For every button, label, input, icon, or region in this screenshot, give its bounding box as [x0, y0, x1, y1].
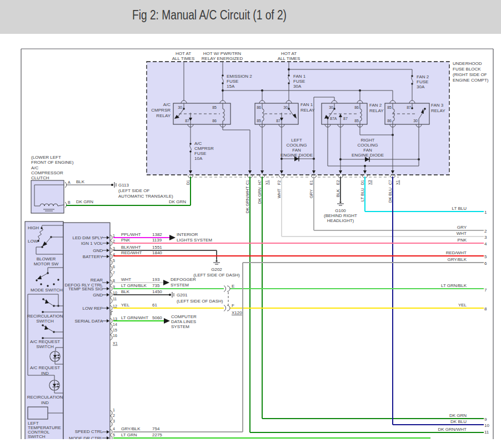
svg-text:EMISSION 2: EMISSION 2 — [227, 74, 252, 79]
svg-text:8: 8 — [113, 279, 115, 283]
svg-text:SYSTEM: SYSTEM — [171, 283, 189, 288]
svg-text:RED/WHT: RED/WHT — [446, 250, 467, 255]
svg-text:H7: H7 — [258, 180, 262, 185]
svg-text:FUSE: FUSE — [293, 79, 305, 84]
svg-text:Fig 2: Manual A/C Circuit (1 o: Fig 2: Manual A/C Circuit (1 of 2) — [132, 8, 287, 22]
svg-text:87: 87 — [407, 105, 411, 109]
svg-text:86: 86 — [354, 105, 359, 109]
svg-text:1382: 1382 — [152, 232, 162, 237]
svg-text:YEL: YEL — [121, 303, 130, 308]
svg-text:HOT AT: HOT AT — [176, 51, 191, 56]
svg-text:ALL TIMES: ALL TIMES — [172, 56, 194, 61]
svg-text:X1: X1 — [265, 180, 269, 185]
svg-text:IND: IND — [41, 371, 49, 376]
svg-text:FAN 2: FAN 2 — [417, 74, 429, 79]
svg-text:10A: 10A — [194, 156, 203, 161]
svg-text:2: 2 — [113, 239, 115, 243]
svg-text:BLK: BLK — [76, 179, 85, 184]
svg-text:5: 5 — [484, 254, 487, 259]
svg-text:(LEFT SIDE OF DASH): (LEFT SIDE OF DASH) — [177, 299, 223, 304]
svg-text:30: 30 — [178, 105, 182, 109]
svg-text:1: 1 — [113, 234, 115, 238]
svg-text:(LOWER LEFT: (LOWER LEFT — [31, 155, 61, 160]
svg-text:RECIRCULATION: RECIRCULATION — [27, 314, 63, 319]
svg-text:FAN: FAN — [363, 148, 372, 153]
svg-text:COMPUTER: COMPUTER — [171, 314, 197, 319]
svg-text:G113: G113 — [118, 183, 129, 188]
svg-text:FUSE: FUSE — [227, 79, 238, 84]
svg-text:1551: 1551 — [152, 245, 162, 250]
svg-text:LT BLU: LT BLU — [360, 188, 365, 202]
svg-text:9: 9 — [484, 417, 487, 422]
svg-text:UNDERHOOD: UNDERHOOD — [453, 61, 482, 66]
svg-text:87A: 87A — [330, 117, 337, 120]
svg-text:LT GRN: LT GRN — [121, 432, 137, 437]
svg-text:2: 2 — [484, 229, 487, 234]
svg-text:GND: GND — [93, 293, 103, 298]
svg-text:PNK: PNK — [121, 238, 131, 243]
svg-text:RELAY: RELAY — [300, 108, 315, 113]
svg-text:RED/WHT: RED/WHT — [121, 250, 142, 255]
svg-text:COOLING: COOLING — [287, 143, 307, 148]
svg-text:X1: X1 — [395, 180, 399, 185]
svg-text:LOW REF: LOW REF — [83, 306, 103, 311]
svg-text:14: 14 — [113, 323, 117, 326]
svg-text:FAN: FAN — [292, 148, 301, 153]
svg-text:4: 4 — [113, 427, 115, 431]
svg-text:85: 85 — [354, 119, 359, 123]
svg-text:87: 87 — [276, 119, 280, 123]
svg-text:3: 3 — [113, 419, 115, 423]
svg-text:MOTOR SW: MOTOR SW — [34, 261, 59, 266]
svg-text:87: 87 — [343, 117, 348, 120]
svg-text:5: 5 — [113, 433, 115, 437]
svg-text:DEFOGGER: DEFOGGER — [171, 277, 196, 282]
svg-text:DK BLU: DK BLU — [388, 188, 393, 203]
svg-text:(RIGHT SIDE OF: (RIGHT SIDE OF — [453, 72, 487, 77]
svg-text:BATTERY: BATTERY — [83, 254, 103, 259]
svg-text:REAR: REAR — [91, 278, 103, 283]
svg-text:A/C: A/C — [31, 165, 39, 170]
svg-text:10: 10 — [113, 291, 117, 295]
svg-text:735: 735 — [152, 283, 160, 288]
svg-text:INTERIOR: INTERIOR — [177, 232, 198, 237]
svg-text:X3: X3 — [368, 180, 372, 185]
svg-text:G202: G202 — [211, 267, 222, 272]
svg-text:DEFOG RLY CTRL: DEFOG RLY CTRL — [64, 283, 103, 288]
svg-text:FUSE BLOCK: FUSE BLOCK — [453, 67, 481, 72]
svg-text:16: 16 — [113, 334, 117, 338]
svg-text:AUTOMATIC TRANSAXLE): AUTOMATIC TRANSAXLE) — [118, 194, 173, 199]
svg-text:FUSE: FUSE — [417, 79, 428, 84]
svg-text:12: 12 — [113, 304, 117, 308]
svg-text:FAN 3: FAN 3 — [431, 103, 444, 108]
svg-text:G201: G201 — [177, 293, 188, 298]
svg-text:LED DIM SPLY: LED DIM SPLY — [72, 235, 103, 240]
svg-text:ENGINE COMPT): ENGINE COMPT) — [453, 78, 489, 83]
svg-text:ENGINE DIODE: ENGINE DIODE — [352, 153, 384, 158]
svg-text:DK GRN: DK GRN — [169, 199, 186, 204]
svg-text:7: 7 — [484, 288, 487, 293]
svg-text:1450: 1450 — [152, 289, 162, 294]
svg-text:X1: X1 — [113, 341, 118, 345]
svg-text:SWITCH: SWITCH — [36, 319, 54, 324]
svg-text:GND: GND — [93, 248, 103, 253]
svg-text:2: 2 — [113, 414, 115, 417]
svg-text:SWITCH: SWITCH — [36, 344, 54, 349]
svg-text:C1: C1 — [246, 180, 249, 185]
svg-text:(BEHIND RIGHT: (BEHIND RIGHT — [324, 213, 357, 218]
svg-text:BLK: BLK — [335, 189, 340, 197]
svg-text:E1: E1 — [309, 180, 313, 185]
svg-text:A: A — [68, 180, 71, 184]
svg-text:CLUTCH: CLUTCH — [31, 175, 49, 180]
svg-text:87: 87 — [185, 119, 189, 123]
svg-text:3: 3 — [113, 246, 115, 250]
svg-text:RELAY: RELAY — [156, 113, 171, 118]
svg-text:1: 1 — [113, 408, 115, 412]
svg-text:WHT: WHT — [277, 189, 282, 198]
svg-text:A/C REQUEST: A/C REQUEST — [30, 365, 60, 370]
svg-text:1840: 1840 — [152, 250, 162, 255]
svg-text:30A: 30A — [293, 84, 302, 89]
svg-text:D1: D1 — [186, 180, 190, 185]
svg-text:GRY: GRY — [457, 225, 467, 230]
svg-text:RELAY ENERGIZED: RELAY ENERGIZED — [202, 56, 243, 61]
svg-text:BLOWER: BLOWER — [37, 256, 56, 261]
